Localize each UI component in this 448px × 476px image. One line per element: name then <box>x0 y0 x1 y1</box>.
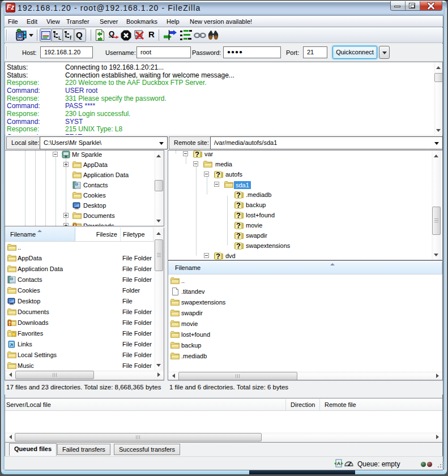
svg-text:f: f <box>70 35 72 40</box>
svg-text:A: A <box>337 461 341 466</box>
svg-text:L: L <box>58 35 61 40</box>
